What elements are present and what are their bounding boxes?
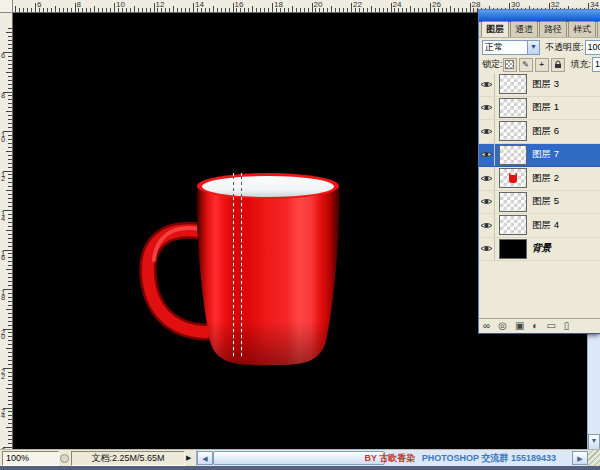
ruler-tick	[8, 384, 12, 385]
ruler-tick	[8, 159, 12, 160]
layer-row[interactable]: 图层 6	[479, 120, 600, 144]
chevron-down-icon[interactable]: ▼	[527, 41, 539, 54]
layer-name: 背景	[532, 242, 551, 255]
ruler-tick	[134, 6, 135, 12]
ruler-tick	[165, 8, 166, 12]
resize-grip[interactable]	[588, 450, 600, 466]
layer-thumbnail[interactable]	[499, 192, 527, 212]
layer-row[interactable]: 图层 4	[479, 214, 600, 238]
mini-mug-icon	[509, 173, 517, 183]
layer-thumbnail[interactable]	[499, 74, 527, 94]
ruler-tick	[130, 8, 131, 12]
ruler-number: 28	[472, 1, 481, 9]
lock-position-icon[interactable]: +	[535, 58, 549, 72]
ruler-tick	[90, 8, 91, 12]
layer-thumbnail[interactable]	[499, 239, 527, 259]
ruler-tick	[86, 8, 87, 12]
visibility-toggle[interactable]	[479, 144, 495, 167]
ruler-tick	[71, 8, 72, 12]
ruler-tick	[8, 376, 12, 377]
ruler-tick	[8, 392, 12, 393]
visibility-toggle[interactable]	[479, 238, 495, 261]
ruler-tick	[8, 40, 12, 41]
layer-row[interactable]: 图层 3	[479, 73, 600, 97]
scroll-down-arrow-icon[interactable]: ▼	[588, 434, 600, 450]
document-size-info: 文档:2.25M/5.65M	[71, 451, 185, 466]
ruler-tick	[8, 99, 12, 100]
layer-name: 图层 4	[532, 219, 559, 232]
eye-icon	[480, 80, 493, 89]
ruler-tick	[213, 6, 214, 12]
visibility-toggle[interactable]	[479, 167, 495, 190]
horizontal-scrollbar[interactable]: ◀ BY 古欧香染 PHOTOSHOP 交流群 155189433 ▶	[196, 450, 588, 466]
layer-row[interactable]: 图层 1	[479, 97, 600, 121]
lock-row: 锁定: ✎ + 填充: 100	[479, 56, 600, 73]
layer-mask-icon[interactable]: ▣	[515, 320, 524, 332]
ruler-tick	[8, 127, 12, 128]
ruler-tick	[233, 3, 234, 12]
layer-thumbnail[interactable]	[499, 98, 527, 118]
ruler-tick	[8, 321, 12, 322]
ruler-tick	[8, 380, 12, 381]
visibility-toggle[interactable]	[479, 120, 495, 143]
layer-row[interactable]: 背景	[479, 238, 600, 262]
ruler-tick	[8, 202, 12, 203]
ruler-tick	[8, 163, 12, 164]
ruler-tick	[8, 60, 12, 61]
layer-row[interactable]: 图层 2	[479, 167, 600, 191]
scroll-right-arrow-icon[interactable]: ▶	[572, 451, 588, 465]
ruler-tick	[426, 8, 427, 12]
lock-paint-icon[interactable]: ✎	[519, 58, 533, 72]
ruler-number: 34	[590, 1, 599, 9]
ruler-number: 16	[235, 1, 244, 9]
opacity-value-field[interactable]: 100	[585, 40, 600, 55]
ruler-tick	[47, 8, 48, 12]
layer-thumbnail[interactable]	[499, 145, 527, 165]
fill-value-field[interactable]: 100	[592, 57, 600, 72]
visibility-toggle[interactable]	[479, 214, 495, 237]
layer-thumbnail[interactable]	[499, 215, 527, 235]
ruler-tick	[8, 56, 12, 57]
eye-icon	[480, 150, 493, 159]
layer-thumbnail[interactable]	[499, 121, 527, 141]
lock-all-icon[interactable]	[551, 58, 565, 72]
eye-icon	[480, 221, 493, 230]
ruler-tick	[217, 8, 218, 12]
layer-list: 图层 3图层 1图层 6图层 7图层 2图层 5图层 4背景	[479, 73, 600, 261]
layer-row[interactable]: 图层 5	[479, 191, 600, 215]
layer-style-icon[interactable]: ◎	[498, 320, 507, 332]
new-group-icon[interactable]: ▭	[546, 320, 555, 332]
ruler-tick	[264, 8, 265, 12]
visibility-toggle[interactable]	[479, 191, 495, 214]
visibility-toggle[interactable]	[479, 97, 495, 120]
ruler-tick	[284, 8, 285, 12]
ruler-tick	[304, 8, 305, 12]
ruler-number: 22	[1, 370, 7, 379]
layer-name: 图层 1	[532, 101, 559, 114]
lock-transparency-icon[interactable]	[503, 58, 517, 72]
panel-tabs: 图层通道路径样式色	[479, 22, 600, 38]
tab-通道[interactable]: 通道	[510, 21, 538, 37]
watermark-text: BY 古欧香染 PHOTOSHOP 交流群 155189433	[364, 452, 556, 465]
ruler-number: 14	[195, 1, 204, 9]
visibility-toggle[interactable]	[479, 73, 495, 96]
tab-样式[interactable]: 样式	[568, 21, 596, 37]
horizontal-scrollbar-thumb[interactable]	[213, 451, 385, 465]
ruler-tick	[458, 8, 459, 12]
tab-图层[interactable]: 图层	[481, 21, 509, 37]
link-icon[interactable]: ∞	[483, 320, 490, 332]
new-layer-icon[interactable]: ▯	[564, 320, 570, 332]
scroll-left-arrow-icon[interactable]: ◀	[197, 451, 213, 465]
layer-thumbnail[interactable]	[499, 168, 527, 188]
ruler-tick	[8, 68, 12, 69]
status-menu-arrow-icon[interactable]: ▶	[186, 454, 191, 462]
ruler-tick	[268, 8, 269, 12]
adjustment-layer-icon[interactable]: ◐	[532, 320, 538, 332]
zoom-level-field[interactable]: 100%	[2, 451, 59, 466]
ruler-tick	[8, 443, 12, 444]
ruler-tick	[15, 6, 16, 12]
tab-路径[interactable]: 路径	[539, 21, 567, 37]
blend-mode-select[interactable]: 正常 ▼	[482, 40, 540, 55]
ruler-tick	[8, 257, 12, 258]
layer-row[interactable]: 图层 7	[479, 144, 600, 168]
